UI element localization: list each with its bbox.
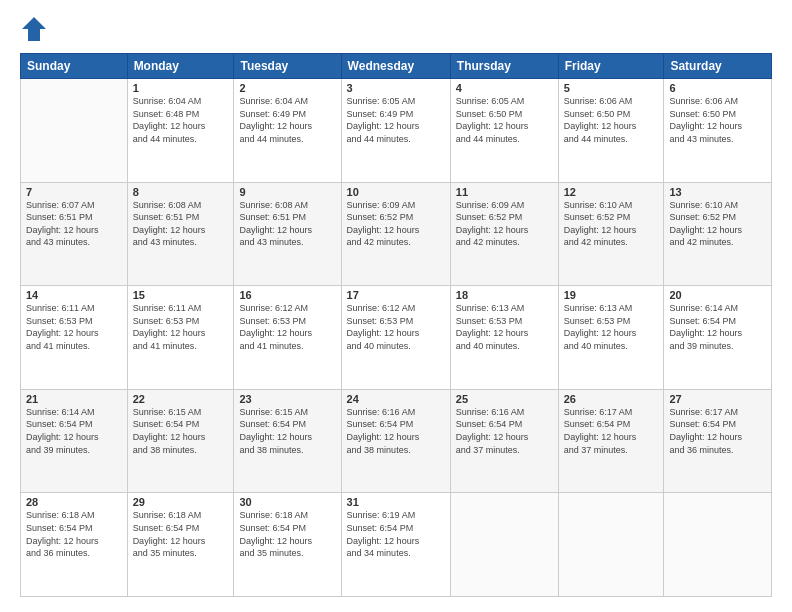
day-info: Sunrise: 6:10 AM Sunset: 6:52 PM Dayligh…: [669, 199, 766, 249]
day-info: Sunrise: 6:09 AM Sunset: 6:52 PM Dayligh…: [456, 199, 553, 249]
day-cell: 23 Sunrise: 6:15 AM Sunset: 6:54 PM Dayl…: [234, 389, 341, 493]
day-number: 20: [669, 289, 766, 301]
day-number: 13: [669, 186, 766, 198]
week-row-4: 21 Sunrise: 6:14 AM Sunset: 6:54 PM Dayl…: [21, 389, 772, 493]
day-cell: 24 Sunrise: 6:16 AM Sunset: 6:54 PM Dayl…: [341, 389, 450, 493]
day-cell: 21 Sunrise: 6:14 AM Sunset: 6:54 PM Dayl…: [21, 389, 128, 493]
day-info: Sunrise: 6:15 AM Sunset: 6:54 PM Dayligh…: [239, 406, 335, 456]
day-number: 12: [564, 186, 659, 198]
day-cell: 3 Sunrise: 6:05 AM Sunset: 6:49 PM Dayli…: [341, 79, 450, 183]
day-number: 16: [239, 289, 335, 301]
day-cell: 12 Sunrise: 6:10 AM Sunset: 6:52 PM Dayl…: [558, 182, 664, 286]
day-info: Sunrise: 6:13 AM Sunset: 6:53 PM Dayligh…: [456, 302, 553, 352]
weekday-header-saturday: Saturday: [664, 54, 772, 79]
day-number: 21: [26, 393, 122, 405]
day-number: 31: [347, 496, 445, 508]
day-number: 3: [347, 82, 445, 94]
day-info: Sunrise: 6:11 AM Sunset: 6:53 PM Dayligh…: [133, 302, 229, 352]
day-cell: 5 Sunrise: 6:06 AM Sunset: 6:50 PM Dayli…: [558, 79, 664, 183]
day-info: Sunrise: 6:12 AM Sunset: 6:53 PM Dayligh…: [239, 302, 335, 352]
svg-marker-0: [22, 17, 46, 41]
week-row-5: 28 Sunrise: 6:18 AM Sunset: 6:54 PM Dayl…: [21, 493, 772, 597]
day-number: 5: [564, 82, 659, 94]
day-cell: 14 Sunrise: 6:11 AM Sunset: 6:53 PM Dayl…: [21, 286, 128, 390]
week-row-1: 1 Sunrise: 6:04 AM Sunset: 6:48 PM Dayli…: [21, 79, 772, 183]
day-cell: 19 Sunrise: 6:13 AM Sunset: 6:53 PM Dayl…: [558, 286, 664, 390]
day-cell: 28 Sunrise: 6:18 AM Sunset: 6:54 PM Dayl…: [21, 493, 128, 597]
day-cell: 15 Sunrise: 6:11 AM Sunset: 6:53 PM Dayl…: [127, 286, 234, 390]
day-number: 25: [456, 393, 553, 405]
day-cell: 2 Sunrise: 6:04 AM Sunset: 6:49 PM Dayli…: [234, 79, 341, 183]
day-number: 14: [26, 289, 122, 301]
day-info: Sunrise: 6:04 AM Sunset: 6:48 PM Dayligh…: [133, 95, 229, 145]
week-row-2: 7 Sunrise: 6:07 AM Sunset: 6:51 PM Dayli…: [21, 182, 772, 286]
day-cell: 9 Sunrise: 6:08 AM Sunset: 6:51 PM Dayli…: [234, 182, 341, 286]
day-number: 7: [26, 186, 122, 198]
day-info: Sunrise: 6:18 AM Sunset: 6:54 PM Dayligh…: [239, 509, 335, 559]
day-info: Sunrise: 6:06 AM Sunset: 6:50 PM Dayligh…: [669, 95, 766, 145]
day-number: 30: [239, 496, 335, 508]
weekday-header-monday: Monday: [127, 54, 234, 79]
day-cell: [450, 493, 558, 597]
day-number: 9: [239, 186, 335, 198]
weekday-header-sunday: Sunday: [21, 54, 128, 79]
day-cell: 25 Sunrise: 6:16 AM Sunset: 6:54 PM Dayl…: [450, 389, 558, 493]
day-cell: [664, 493, 772, 597]
logo-icon: [20, 15, 48, 43]
day-info: Sunrise: 6:04 AM Sunset: 6:49 PM Dayligh…: [239, 95, 335, 145]
day-number: 24: [347, 393, 445, 405]
day-cell: 30 Sunrise: 6:18 AM Sunset: 6:54 PM Dayl…: [234, 493, 341, 597]
day-number: 6: [669, 82, 766, 94]
day-info: Sunrise: 6:17 AM Sunset: 6:54 PM Dayligh…: [669, 406, 766, 456]
day-info: Sunrise: 6:10 AM Sunset: 6:52 PM Dayligh…: [564, 199, 659, 249]
day-number: 1: [133, 82, 229, 94]
day-info: Sunrise: 6:13 AM Sunset: 6:53 PM Dayligh…: [564, 302, 659, 352]
day-number: 27: [669, 393, 766, 405]
day-number: 4: [456, 82, 553, 94]
day-cell: 10 Sunrise: 6:09 AM Sunset: 6:52 PM Dayl…: [341, 182, 450, 286]
day-cell: 29 Sunrise: 6:18 AM Sunset: 6:54 PM Dayl…: [127, 493, 234, 597]
day-cell: 17 Sunrise: 6:12 AM Sunset: 6:53 PM Dayl…: [341, 286, 450, 390]
header: [20, 15, 772, 43]
day-number: 8: [133, 186, 229, 198]
day-cell: [21, 79, 128, 183]
day-number: 29: [133, 496, 229, 508]
day-info: Sunrise: 6:18 AM Sunset: 6:54 PM Dayligh…: [26, 509, 122, 559]
weekday-header-wednesday: Wednesday: [341, 54, 450, 79]
logo: [20, 15, 52, 43]
day-number: 28: [26, 496, 122, 508]
day-info: Sunrise: 6:09 AM Sunset: 6:52 PM Dayligh…: [347, 199, 445, 249]
day-number: 19: [564, 289, 659, 301]
day-info: Sunrise: 6:14 AM Sunset: 6:54 PM Dayligh…: [669, 302, 766, 352]
day-number: 15: [133, 289, 229, 301]
day-cell: 31 Sunrise: 6:19 AM Sunset: 6:54 PM Dayl…: [341, 493, 450, 597]
day-cell: 11 Sunrise: 6:09 AM Sunset: 6:52 PM Dayl…: [450, 182, 558, 286]
day-cell: 7 Sunrise: 6:07 AM Sunset: 6:51 PM Dayli…: [21, 182, 128, 286]
day-cell: 27 Sunrise: 6:17 AM Sunset: 6:54 PM Dayl…: [664, 389, 772, 493]
day-info: Sunrise: 6:07 AM Sunset: 6:51 PM Dayligh…: [26, 199, 122, 249]
day-info: Sunrise: 6:08 AM Sunset: 6:51 PM Dayligh…: [239, 199, 335, 249]
day-cell: 20 Sunrise: 6:14 AM Sunset: 6:54 PM Dayl…: [664, 286, 772, 390]
day-cell: 18 Sunrise: 6:13 AM Sunset: 6:53 PM Dayl…: [450, 286, 558, 390]
day-number: 17: [347, 289, 445, 301]
day-info: Sunrise: 6:05 AM Sunset: 6:49 PM Dayligh…: [347, 95, 445, 145]
day-info: Sunrise: 6:05 AM Sunset: 6:50 PM Dayligh…: [456, 95, 553, 145]
day-info: Sunrise: 6:17 AM Sunset: 6:54 PM Dayligh…: [564, 406, 659, 456]
day-cell: 16 Sunrise: 6:12 AM Sunset: 6:53 PM Dayl…: [234, 286, 341, 390]
weekday-header-thursday: Thursday: [450, 54, 558, 79]
week-row-3: 14 Sunrise: 6:11 AM Sunset: 6:53 PM Dayl…: [21, 286, 772, 390]
day-number: 18: [456, 289, 553, 301]
day-number: 22: [133, 393, 229, 405]
weekday-header-friday: Friday: [558, 54, 664, 79]
day-number: 26: [564, 393, 659, 405]
day-cell: 4 Sunrise: 6:05 AM Sunset: 6:50 PM Dayli…: [450, 79, 558, 183]
day-cell: 26 Sunrise: 6:17 AM Sunset: 6:54 PM Dayl…: [558, 389, 664, 493]
calendar-table: SundayMondayTuesdayWednesdayThursdayFrid…: [20, 53, 772, 597]
day-info: Sunrise: 6:08 AM Sunset: 6:51 PM Dayligh…: [133, 199, 229, 249]
day-number: 2: [239, 82, 335, 94]
day-info: Sunrise: 6:16 AM Sunset: 6:54 PM Dayligh…: [347, 406, 445, 456]
day-cell: 22 Sunrise: 6:15 AM Sunset: 6:54 PM Dayl…: [127, 389, 234, 493]
day-cell: [558, 493, 664, 597]
day-cell: 6 Sunrise: 6:06 AM Sunset: 6:50 PM Dayli…: [664, 79, 772, 183]
weekday-header-row: SundayMondayTuesdayWednesdayThursdayFrid…: [21, 54, 772, 79]
